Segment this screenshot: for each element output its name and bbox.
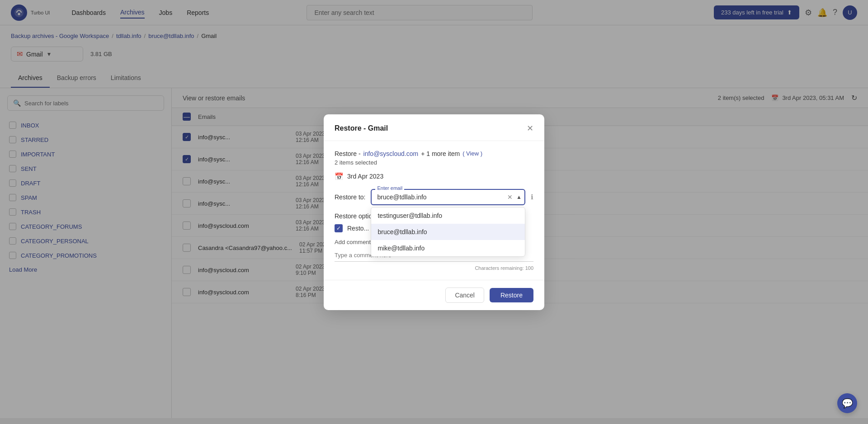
more-items-text: + 1 more item: [421, 150, 460, 157]
view-link[interactable]: ( View ): [462, 150, 482, 157]
dropdown-option-1[interactable]: testinguser@tdllab.info: [371, 207, 525, 224]
modal-header: Restore - Gmail ✕: [324, 114, 544, 141]
modal-cal-icon: 📅: [335, 172, 344, 181]
modal-body: Restore - info@syscloud.com + 1 more ite…: [324, 141, 544, 280]
modal-date: 3rd Apr 2023: [347, 173, 383, 180]
restore-option-text: Resto...: [347, 225, 369, 232]
restore-option-checkbox[interactable]: ✓: [335, 224, 343, 232]
items-selected-text: 2 items selected: [335, 159, 533, 166]
restore-to-label: Restore to:: [335, 193, 365, 201]
email-input-field[interactable]: [371, 189, 525, 205]
restore-to-row: Restore to: Enter email ✕ ▲ testinguser@…: [335, 189, 533, 205]
email-input-label: Enter email: [375, 185, 404, 191]
chat-bubble[interactable]: 💬: [837, 393, 857, 413]
date-row: 📅 3rd Apr 2023: [335, 172, 533, 181]
modal-overlay: Restore - Gmail ✕ Restore - info@sysclou…: [0, 0, 868, 424]
modal-footer: Cancel Restore: [324, 280, 544, 310]
email-dropdown: testinguser@tdllab.info bruce@tdllab.inf…: [371, 207, 525, 257]
email-clear-icon[interactable]: ✕: [507, 193, 513, 201]
info-icon[interactable]: ℹ: [531, 193, 533, 201]
restore-modal: Restore - Gmail ✕ Restore - info@sysclou…: [324, 114, 544, 310]
restore-subject-line: Restore - info@syscloud.com + 1 more ite…: [335, 150, 533, 157]
char-remaining: Characters remaining: 100: [335, 265, 533, 271]
dropdown-option-3[interactable]: mike@tdllab.info: [371, 240, 525, 256]
dropdown-option-2[interactable]: bruce@tdllab.info: [371, 224, 525, 240]
modal-title: Restore - Gmail: [335, 124, 388, 132]
modal-close-button[interactable]: ✕: [527, 123, 533, 133]
email-chevron-icon[interactable]: ▲: [516, 194, 522, 200]
restore-email: info@syscloud.com: [363, 150, 419, 157]
restore-label-text: Restore -: [335, 150, 361, 157]
email-input-wrap: Enter email ✕ ▲ testinguser@tdllab.info …: [371, 189, 525, 205]
restore-button[interactable]: Restore: [490, 288, 533, 302]
cancel-button[interactable]: Cancel: [445, 287, 484, 303]
